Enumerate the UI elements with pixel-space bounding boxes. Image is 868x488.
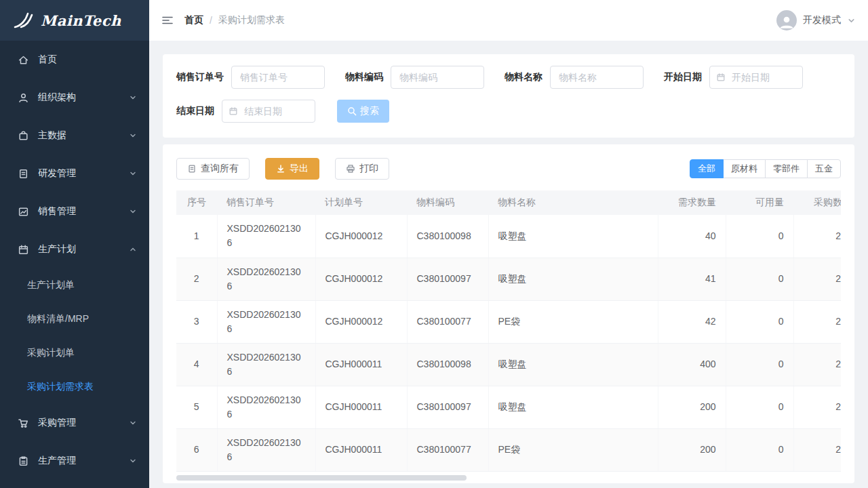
table-row: 3 XSDD2026021306 CGJH000012 C380100077 P… [176,300,841,343]
cell-seq: 1 [176,215,217,258]
export-button[interactable]: 导出 [265,158,319,180]
sidebar-item-label: 组织架构 [38,92,129,104]
form-icon [187,164,197,174]
sales-order-label: 销售订单号 [176,71,224,83]
chevron-up-icon [129,245,137,253]
cell-seq: 6 [176,428,217,471]
horizontal-scrollbar[interactable] [176,475,467,481]
chevron-down-icon [129,169,137,178]
tab-all[interactable]: 全部 [690,159,724,178]
dev-mode-label: 开发模式 [803,14,841,26]
cell-demand-qty: 400 [658,343,726,386]
sales-order-input[interactable] [231,66,325,89]
tab-raw-materials[interactable]: 原材料 [723,159,766,178]
cell-plan-no: CGJH000012 [315,258,407,300]
material-name-input[interactable] [550,66,644,89]
user-icon [18,92,30,104]
sidebar-subitem-production-plan[interactable]: 生产计划单 [0,268,149,302]
document-icon [18,167,30,180]
cell-sales-order: XSDD2026021306 [217,343,315,386]
user-menu[interactable]: 开发模式 [776,10,856,30]
cart-icon [18,417,30,429]
query-all-button[interactable]: 查询所有 [176,158,250,180]
sidebar-item-rd-management[interactable]: 研发管理 [0,155,149,192]
cell-sales-order: XSDD2026021306 [217,258,315,300]
export-label: 导出 [290,163,309,175]
cell-material-code: C380100098 [407,215,488,258]
col-demand-qty: 需求数量 [658,190,726,215]
cell-material-name: 吸塑盘 [488,343,658,386]
end-date-input[interactable] [222,100,315,123]
start-date-input[interactable] [709,66,803,89]
app-logo: MainTech [0,0,149,41]
cell-available-qty: 0 [726,300,793,343]
sidebar-item-production-planning[interactable]: 生产计划 [0,230,149,268]
printer-icon [346,164,355,174]
tab-parts[interactable]: 零部件 [765,159,808,178]
material-code-input[interactable] [391,66,484,89]
sidebar-menu: 首页 组织架构 主数据 研发管理 [0,41,149,480]
sidebar-item-label: 研发管理 [38,167,129,180]
sidebar-item-label: 采购管理 [38,417,129,429]
sidebar-item-production-management[interactable]: 生产管理 [0,442,149,480]
print-button[interactable]: 打印 [335,158,389,180]
cell-purchase-qty: 2 [793,428,841,471]
cell-material-code: C380100077 [407,300,488,343]
sidebar-item-procurement-management[interactable]: 采购管理 [0,404,149,442]
search-icon [347,106,357,116]
breadcrumb-separator: / [210,15,212,26]
field-sales-order: 销售订单号 [176,66,325,89]
sidebar-item-organization[interactable]: 组织架构 [0,79,149,117]
sidebar: MainTech 首页 组织架构 主数据 [0,0,149,488]
cell-purchase-qty: 2 [793,386,841,428]
cell-available-qty: 0 [726,343,793,386]
chevron-down-icon [129,207,137,216]
material-code-label: 物料编码 [345,71,383,83]
cell-demand-qty: 42 [658,300,726,343]
sidebar-item-sales-management[interactable]: 销售管理 [0,192,149,230]
submenu-production-planning: 生产计划单 物料清单/MRP 采购计划单 采购计划需求表 [0,268,149,404]
sidebar-item-home[interactable]: 首页 [0,41,149,79]
sidebar-subitem-purchase-plan[interactable]: 采购计划单 [0,336,149,370]
chevron-down-icon [847,16,856,25]
cell-seq: 2 [176,258,217,300]
cell-material-name: PE袋 [488,428,658,471]
sidebar-item-label: 首页 [38,54,137,66]
clipboard-icon [18,455,30,467]
cell-plan-no: CGJH000011 [315,386,407,428]
table-header-row: 序号 销售订单号 计划单号 物料编码 物料名称 需求数量 可用量 采购数量 [176,190,841,215]
cell-purchase-qty: 2 [793,343,841,386]
sidebar-item-master-data[interactable]: 主数据 [0,117,149,155]
logo-mark-icon [12,12,35,29]
sidebar-subitem-bom-mrp[interactable]: 物料清单/MRP [0,302,149,336]
cell-plan-no: CGJH000012 [315,215,407,258]
query-all-label: 查询所有 [201,163,239,175]
cell-purchase-qty: 2 [793,215,841,258]
col-plan-no: 计划单号 [315,190,407,215]
chevron-down-icon [129,94,137,102]
logo-text: MainTech [41,12,121,29]
cell-material-code: C380100077 [407,428,488,471]
cell-available-qty: 0 [726,215,793,258]
breadcrumb-home-link[interactable]: 首页 [184,14,203,26]
download-icon [276,164,285,174]
tab-hardware[interactable]: 五金 [807,159,841,178]
home-icon [18,54,30,66]
cell-sales-order: XSDD2026021306 [217,300,315,343]
table-panel: 查询所有 导出 打印 全部 原材料 零部件 五金 [163,144,854,483]
cell-sales-order: XSDD2026021306 [217,428,315,471]
page-content: 销售订单号 物料编码 物料名称 开始日期 [149,41,868,488]
topbar: 首页 / 采购计划需求表 开发模式 [149,0,868,41]
cell-plan-no: CGJH000011 [315,428,407,471]
sidebar-subitem-purchase-plan-demand[interactable]: 采购计划需求表 [0,370,149,404]
sidebar-fold-icon[interactable] [161,14,174,26]
data-table: 序号 销售订单号 计划单号 物料编码 物料名称 需求数量 可用量 采购数量 1 [176,190,841,472]
cell-demand-qty: 41 [658,258,726,300]
col-material-code: 物料编码 [407,190,488,215]
sidebar-item-label: 主数据 [38,129,129,142]
search-button[interactable]: 搜索 [337,100,389,123]
col-available-qty: 可用量 [726,190,793,215]
field-material-name: 物料名称 [505,66,644,89]
chevron-down-icon [129,131,137,140]
calendar-icon [18,243,30,256]
